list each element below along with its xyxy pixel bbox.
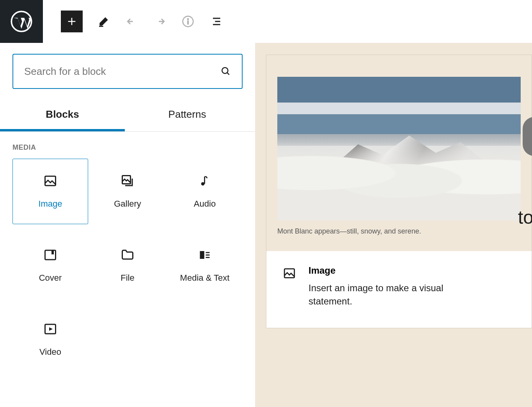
- block-label: Video: [39, 347, 61, 357]
- inserter-tabs: Blocks Patterns: [0, 100, 255, 132]
- svg-point-5: [222, 67, 228, 73]
- block-label: Audio: [194, 199, 216, 209]
- block-label: Image: [38, 199, 62, 209]
- block-media-text[interactable]: Media & Text: [167, 233, 243, 298]
- svg-rect-1: [99, 26, 103, 27]
- svg-rect-12: [200, 251, 204, 259]
- image-icon: [283, 267, 296, 280]
- audio-icon: [199, 174, 211, 188]
- block-audio[interactable]: Audio: [167, 159, 243, 224]
- undo-button[interactable]: [125, 14, 139, 28]
- section-heading-media: MEDIA: [0, 132, 255, 159]
- wordpress-icon: [11, 11, 32, 32]
- list-icon: [210, 15, 222, 28]
- svg-rect-9: [204, 177, 205, 184]
- block-video[interactable]: Video: [12, 307, 88, 372]
- editor-topbar: [0, 0, 532, 43]
- add-block-button[interactable]: [61, 11, 83, 32]
- block-label: Media & Text: [180, 273, 230, 283]
- list-view-button[interactable]: [209, 14, 223, 28]
- block-image[interactable]: Image: [12, 159, 88, 224]
- image-icon: [43, 174, 57, 188]
- svg-rect-14: [206, 255, 210, 256]
- preview-frame: Mont Blanc appears—still, snowy, and ser…: [266, 55, 532, 328]
- svg-point-3: [187, 18, 189, 20]
- block-cover[interactable]: Cover: [12, 233, 88, 298]
- preview-caption: Mont Blanc appears—still, snowy, and ser…: [277, 227, 521, 235]
- block-label: Cover: [39, 273, 62, 283]
- video-icon: [43, 322, 57, 336]
- wordpress-logo[interactable]: [0, 0, 43, 43]
- svg-rect-11: [51, 250, 54, 255]
- svg-point-8: [201, 182, 205, 186]
- block-preview-panel: Mont Blanc appears—still, snowy, and ser…: [255, 43, 532, 407]
- info-button[interactable]: [181, 14, 195, 28]
- description-title: Image: [309, 265, 449, 276]
- redo-icon: [154, 15, 166, 28]
- edit-tool-button[interactable]: [97, 14, 111, 28]
- block-inserter-panel: Blocks Patterns MEDIA Image: [0, 43, 255, 407]
- svg-rect-13: [206, 252, 210, 253]
- gallery-icon: [121, 174, 135, 188]
- plus-icon: [66, 16, 77, 27]
- svg-rect-4: [188, 21, 189, 24]
- canvas-partial-text: to: [518, 207, 532, 228]
- tab-blocks[interactable]: Blocks: [0, 100, 125, 131]
- search-icon: [221, 66, 231, 76]
- preview-image: [277, 77, 521, 220]
- pencil-icon: [98, 15, 110, 28]
- side-handle[interactable]: [523, 117, 532, 156]
- block-label: Gallery: [114, 199, 141, 209]
- block-search[interactable]: [12, 54, 243, 89]
- description-body: Insert an image to make a visual stateme…: [309, 281, 449, 308]
- block-description-card: Image Insert an image to make a visual s…: [266, 251, 532, 328]
- folder-icon: [121, 248, 135, 262]
- block-grid: Image Gallery: [0, 159, 255, 372]
- svg-rect-15: [206, 257, 210, 258]
- info-icon: [182, 15, 194, 28]
- media-text-icon: [198, 249, 212, 261]
- block-label: File: [121, 273, 134, 283]
- svg-rect-10: [45, 250, 56, 260]
- tab-patterns[interactable]: Patterns: [125, 100, 250, 131]
- undo-icon: [126, 15, 138, 28]
- block-file[interactable]: File: [90, 233, 165, 298]
- block-gallery[interactable]: Gallery: [90, 159, 165, 224]
- redo-button[interactable]: [153, 14, 167, 28]
- search-input[interactable]: [24, 65, 221, 78]
- cover-icon: [43, 248, 57, 262]
